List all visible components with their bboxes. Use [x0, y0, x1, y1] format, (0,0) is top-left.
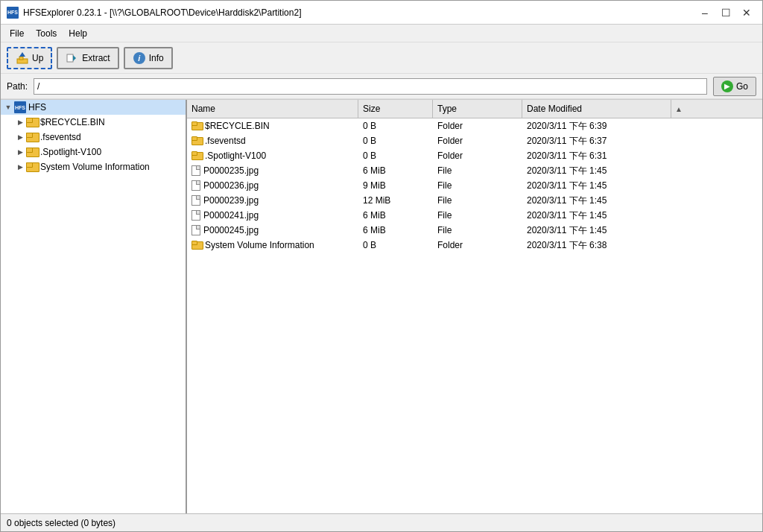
file-cell-date: 2020/3/11 下午 6:38: [522, 238, 671, 253]
file-cell-type: Folder: [433, 133, 522, 148]
file-cell-name: P0000236.jpg: [187, 178, 358, 193]
file-cell-name: System Volume Information: [187, 238, 358, 253]
svg-rect-1: [19, 57, 23, 60]
file-cell-name: P0000239.jpg: [187, 193, 358, 208]
folder-icon: [191, 241, 202, 250]
file-cell-type: Folder: [433, 148, 522, 163]
tree-label-sysvolinfo: System Volume Information: [40, 162, 150, 172]
up-button[interactable]: Up: [7, 47, 52, 69]
file-cell-date: 2020/3/11 下午 1:45: [522, 223, 671, 238]
menu-help[interactable]: Help: [63, 27, 93, 40]
file-name-label: P0000235.jpg: [203, 165, 259, 176]
menu-file[interactable]: File: [4, 27, 30, 40]
file-cell-size: 0 B: [358, 118, 433, 133]
file-list: $RECYCLE.BIN 0 B Folder 2020/3/11 下午 6:3…: [187, 118, 762, 513]
file-cell-date: 2020/3/11 下午 6:39: [522, 118, 671, 133]
file-cell-size: 6 MiB: [358, 163, 433, 178]
file-cell-date: 2020/3/11 下午 1:45: [522, 208, 671, 223]
file-name-label: P0000241.jpg: [203, 210, 259, 221]
file-row[interactable]: P0000236.jpg 9 MiB File 2020/3/11 下午 1:4…: [187, 178, 762, 193]
close-button[interactable]: ✕: [737, 4, 756, 21]
tree-expander-fseventsd[interactable]: ▶: [14, 131, 26, 143]
file-icon: [191, 165, 200, 176]
tree-item-spotlight[interactable]: ▶ .Spotlight-V100: [1, 145, 186, 159]
up-label: Up: [32, 53, 43, 63]
svg-marker-2: [19, 52, 25, 57]
path-input[interactable]: [34, 78, 707, 95]
col-header-date[interactable]: Date Modified: [522, 100, 671, 118]
file-row[interactable]: .fseventsd 0 B Folder 2020/3/11 下午 6:37: [187, 133, 762, 148]
col-header-size[interactable]: Size: [358, 100, 433, 118]
main-window: HFS HFSExplorer 0.23.1 - [\\?\GLOBALROOT…: [0, 0, 763, 532]
folder-icon-fseventsd: [26, 133, 38, 142]
go-button[interactable]: ▶ Go: [713, 77, 756, 96]
go-label: Go: [736, 81, 748, 92]
up-icon: [16, 51, 29, 65]
maximize-button[interactable]: ☐: [716, 4, 735, 21]
status-text: 0 objects selected (0 bytes): [7, 518, 115, 528]
info-icon: i: [133, 51, 146, 65]
file-cell-name: P0000245.jpg: [187, 223, 358, 238]
file-row[interactable]: P0000245.jpg 6 MiB File 2020/3/11 下午 1:4…: [187, 223, 762, 238]
extract-label: Extract: [82, 53, 110, 63]
file-cell-size: 0 B: [358, 148, 433, 163]
file-cell-name: .fseventsd: [187, 133, 358, 148]
file-cell-type: File: [433, 223, 522, 238]
tree-label-spotlight: .Spotlight-V100: [40, 147, 101, 157]
file-row[interactable]: System Volume Information 0 B Folder 202…: [187, 238, 762, 253]
file-cell-date: 2020/3/11 下午 6:31: [522, 148, 671, 163]
tree-expander-spotlight[interactable]: ▶: [14, 146, 26, 158]
extract-button[interactable]: Extract: [57, 47, 118, 69]
minimize-button[interactable]: –: [695, 4, 715, 21]
file-cell-type: File: [433, 193, 522, 208]
folder-icon-sysvolinfo: [26, 162, 38, 172]
file-cell-size: 6 MiB: [358, 223, 433, 238]
file-cell-type: Folder: [433, 118, 522, 133]
file-name-label: P0000239.jpg: [203, 195, 259, 206]
tree-item-recycle[interactable]: ▶ $RECYCLE.BIN: [1, 115, 186, 130]
file-cell-name: .Spotlight-V100: [187, 148, 358, 163]
title-bar-left: HFS HFSExplorer 0.23.1 - [\\?\GLOBALROOT…: [7, 7, 301, 19]
tree-item-sysvolinfo[interactable]: ▶ System Volume Information: [1, 159, 186, 174]
file-icon: [191, 180, 200, 191]
file-row[interactable]: .Spotlight-V100 0 B Folder 2020/3/11 下午 …: [187, 148, 762, 163]
status-bar: 0 objects selected (0 bytes): [1, 513, 762, 531]
col-header-name[interactable]: Name: [187, 100, 358, 118]
folder-icon: [191, 121, 202, 130]
file-cell-name: $RECYCLE.BIN: [187, 118, 358, 133]
col-header-type[interactable]: Type: [433, 100, 522, 118]
hfs-drive-icon: HFS: [14, 101, 26, 113]
file-panel: Name Size Type Date Modified ▲ $RECYCLE.…: [187, 100, 762, 513]
tree-expander-sysvolinfo[interactable]: ▶: [14, 161, 26, 173]
go-icon: ▶: [721, 80, 733, 92]
scroll-up-button[interactable]: ▲: [676, 100, 682, 118]
app-icon: HFS: [7, 7, 19, 19]
tree-expander-hfs[interactable]: ▼: [2, 101, 14, 113]
main-area: ▼ HFS HFS ▶ $RECYCLE.BIN ▶ .fseventsd ▶ …: [1, 99, 762, 513]
file-row[interactable]: P0000235.jpg 6 MiB File 2020/3/11 下午 1:4…: [187, 163, 762, 178]
file-cell-type: Folder: [433, 238, 522, 253]
menu-tools[interactable]: Tools: [30, 27, 63, 40]
file-row[interactable]: P0000241.jpg 6 MiB File 2020/3/11 下午 1:4…: [187, 208, 762, 223]
file-row[interactable]: P0000239.jpg 12 MiB File 2020/3/11 下午 1:…: [187, 193, 762, 208]
tree-label-fseventsd: .fseventsd: [40, 132, 81, 142]
file-icon: [191, 210, 200, 221]
file-row[interactable]: $RECYCLE.BIN 0 B Folder 2020/3/11 下午 6:3…: [187, 118, 762, 133]
tree-item-hfs[interactable]: ▼ HFS HFS: [1, 100, 186, 115]
file-cell-size: 0 B: [358, 238, 433, 253]
file-cell-size: 12 MiB: [358, 193, 433, 208]
folder-icon: [191, 151, 202, 160]
svg-rect-3: [67, 54, 73, 62]
tree-label-recycle: $RECYCLE.BIN: [40, 117, 105, 127]
folder-icon-recycle: [26, 118, 38, 127]
file-cell-date: 2020/3/11 下午 1:45: [522, 178, 671, 193]
file-cell-size: 6 MiB: [358, 208, 433, 223]
file-name-label: P0000236.jpg: [203, 180, 259, 191]
extract-icon: [66, 51, 79, 65]
scroll-up-area: ▲: [671, 100, 686, 118]
tree-expander-recycle[interactable]: ▶: [14, 116, 26, 128]
tree-item-fseventsd[interactable]: ▶ .fseventsd: [1, 130, 186, 145]
info-button[interactable]: i Info: [124, 47, 173, 69]
file-name-label: System Volume Information: [205, 240, 314, 250]
path-label: Path:: [7, 81, 28, 92]
